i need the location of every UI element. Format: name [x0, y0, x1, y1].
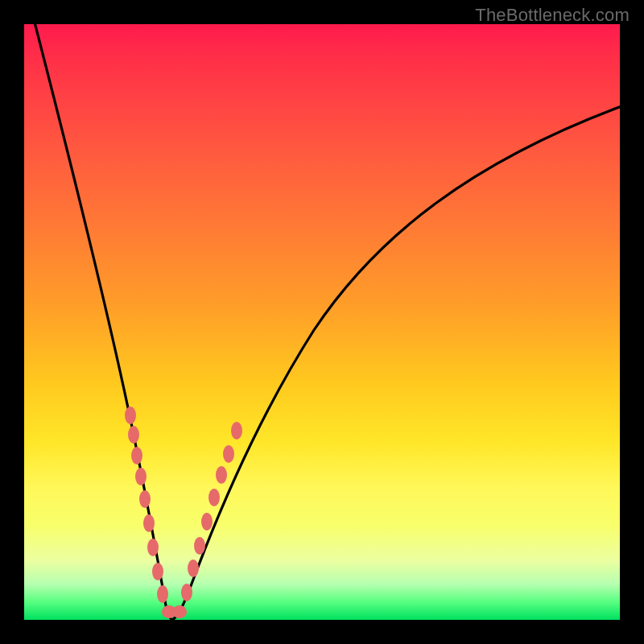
- svg-point-0: [125, 407, 136, 424]
- marker-group: [125, 407, 242, 618]
- svg-point-16: [216, 466, 227, 484]
- svg-point-11: [181, 584, 192, 601]
- svg-point-10: [172, 605, 187, 618]
- svg-point-18: [231, 422, 242, 440]
- svg-point-13: [194, 537, 205, 555]
- right-branch-curve: [172, 106, 621, 620]
- svg-point-7: [152, 563, 163, 580]
- svg-point-17: [223, 445, 234, 463]
- chart-svg: [24, 24, 620, 620]
- svg-point-15: [208, 489, 220, 506]
- svg-point-2: [131, 447, 142, 464]
- svg-point-4: [139, 490, 151, 508]
- watermark-text: TheBottleneck.com: [475, 5, 630, 26]
- svg-point-14: [201, 513, 213, 530]
- svg-point-8: [157, 585, 168, 603]
- svg-point-5: [143, 514, 155, 532]
- svg-point-6: [147, 539, 159, 556]
- outer-frame: TheBottleneck.com: [0, 0, 644, 644]
- svg-point-12: [188, 559, 199, 577]
- svg-point-3: [135, 468, 147, 485]
- svg-point-1: [128, 426, 139, 444]
